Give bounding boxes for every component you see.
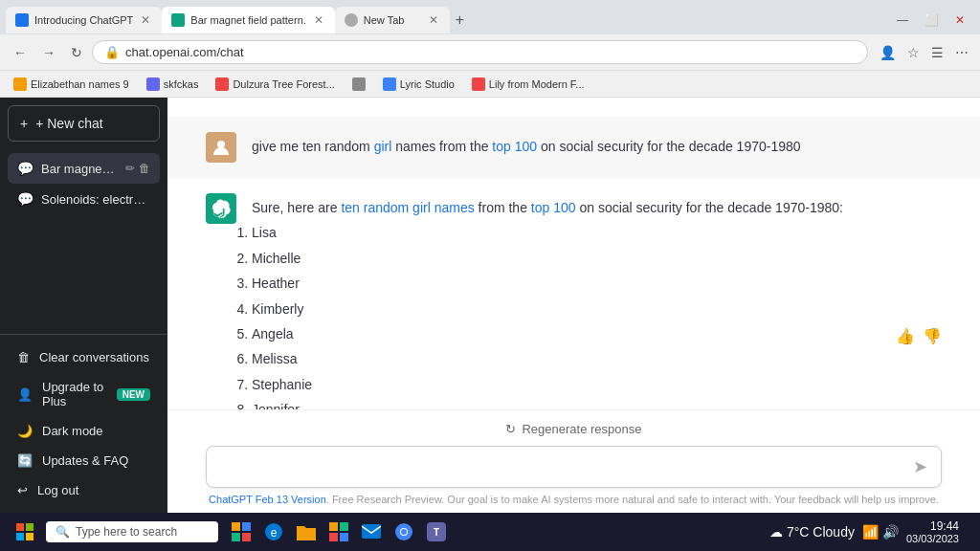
assistant-avatar xyxy=(206,193,236,224)
bookmark-elizabethan[interactable]: Elizabethan names 9 xyxy=(8,76,135,93)
clock-date: 03/03/2023 xyxy=(906,533,959,544)
forward-button[interactable]: → xyxy=(36,41,61,64)
sidebar-item-dark-mode[interactable]: 🌙 Dark mode xyxy=(8,416,160,446)
volume-icon[interactable]: 🔊 xyxy=(882,524,899,540)
taskbar-icon-edge[interactable]: e xyxy=(258,517,289,547)
svg-rect-1 xyxy=(16,523,24,531)
user-icon: 👤 xyxy=(17,387,33,402)
input-area: ↻ Regenerate response ➤ ChatGPT Feb 13 V… xyxy=(167,409,980,513)
sidebar-item-updates-faq[interactable]: 🔄 Updates & FAQ xyxy=(8,446,160,475)
taskbar-icon-folder[interactable] xyxy=(291,517,322,547)
tab-close-icon[interactable]: ✕ xyxy=(312,11,325,29)
sidebar-item-solenoids[interactable]: 💬 Solenoids: electromagn... xyxy=(8,184,160,214)
chat-icon: 💬 xyxy=(17,161,33,176)
tab-close-icon[interactable]: ✕ xyxy=(139,11,152,29)
taskbar-clock[interactable]: 19:44 03/03/2023 xyxy=(906,519,959,544)
taskbar-search-box[interactable]: 🔍 Type here to search xyxy=(46,521,218,542)
message-actions: 👍 👎 xyxy=(896,193,942,409)
back-button[interactable]: ← xyxy=(8,41,33,64)
bookmarks-bar: Elizabethan names 9 skfckas Dulzura Tree… xyxy=(0,71,980,98)
plus-icon: + xyxy=(20,116,28,131)
tab-favicon xyxy=(171,13,185,27)
taskbar-icon-chrome[interactable] xyxy=(389,517,419,547)
bookmark-favicon xyxy=(352,77,366,91)
show-desktop-button[interactable] xyxy=(967,515,972,549)
svg-rect-8 xyxy=(242,533,251,541)
thumbs-down-button[interactable]: 👎 xyxy=(923,197,942,409)
highlighted-word: girl xyxy=(374,139,392,154)
sidebar-item-clear-conversations[interactable]: 🗑 Clear conversations xyxy=(8,342,160,372)
taskbar-icon-explorer[interactable] xyxy=(226,517,256,547)
footer-link[interactable]: ChatGPT Feb 13 Version xyxy=(209,494,326,505)
taskbar-icon-teams[interactable]: T xyxy=(421,517,452,547)
log-out-label: Log out xyxy=(37,483,78,497)
tab-bar-magnet[interactable]: Bar magnet field pattern. ✕ xyxy=(162,7,334,33)
edit-chat-button[interactable]: ✏ xyxy=(125,162,135,175)
bookmark-lyric-studio[interactable]: Lyric Studio xyxy=(377,76,460,93)
browser-menu-icon[interactable]: ⋯ xyxy=(951,41,972,64)
refresh-icon: 🔄 xyxy=(17,453,33,468)
collections-icon[interactable]: ☰ xyxy=(927,41,947,64)
maximize-button[interactable]: ⬜ xyxy=(917,7,946,33)
svg-point-18 xyxy=(401,529,407,535)
main-chat: give me ten random girl names from the t… xyxy=(167,98,980,513)
list-item: Angela xyxy=(252,323,880,344)
bookmark-lily[interactable]: Lily from Modern F... xyxy=(466,76,590,93)
tab-introducing-chatgpt[interactable]: Introducing ChatGPT ✕ xyxy=(6,7,162,33)
taskbar-icon-mail[interactable] xyxy=(356,517,387,547)
svg-text:e: e xyxy=(271,526,278,540)
network-icon[interactable]: 📶 xyxy=(862,524,879,540)
svg-rect-2 xyxy=(26,523,33,531)
sidebar-item-label: Solenoids: electromagn... xyxy=(41,192,150,207)
highlighted-text: ten random girl names xyxy=(341,200,474,215)
thumbs-up-button[interactable]: 👍 xyxy=(896,197,915,409)
bookmark-label: Lily from Modern F... xyxy=(489,78,585,90)
highlighted-word: top 100 xyxy=(492,139,537,154)
moon-icon: 🌙 xyxy=(17,424,33,438)
svg-rect-7 xyxy=(232,533,240,541)
svg-rect-5 xyxy=(232,522,240,531)
bookmark-dulzura[interactable]: Dulzura Tree Forest... xyxy=(210,76,340,93)
bookmark-favicon xyxy=(383,77,396,91)
bookmark-skfckas[interactable]: skfckas xyxy=(141,76,205,93)
new-tab-button[interactable]: + xyxy=(450,11,470,29)
reload-button[interactable]: ↻ xyxy=(65,41,88,64)
minimize-button[interactable]: — xyxy=(888,7,917,33)
taskbar-right: ☁ 7°C Cloudy 📶 🔊 19:44 03/03/2023 xyxy=(769,515,972,549)
regenerate-response-button[interactable]: ↻ Regenerate response xyxy=(206,422,942,436)
delete-chat-button[interactable]: 🗑 xyxy=(139,162,150,175)
browser-chrome: Introducing ChatGPT ✕ Bar magnet field p… xyxy=(0,0,980,98)
bookmark-unknown[interactable] xyxy=(346,76,371,93)
tab-new-tab[interactable]: New Tab ✕ xyxy=(335,7,450,33)
list-item: Stephanie xyxy=(252,374,880,395)
svg-rect-14 xyxy=(340,533,348,541)
tab-bar: Introducing ChatGPT ✕ Bar magnet field p… xyxy=(0,0,980,34)
taskbar-pinned-icons: e T xyxy=(226,517,452,547)
dark-mode-label: Dark mode xyxy=(42,424,103,438)
sidebar-item-log-out[interactable]: ↩ Log out xyxy=(8,475,160,505)
profile-icon[interactable]: 👤 xyxy=(876,41,900,64)
sidebar-items: 💬 Bar magnet field patte ✏ 🗑 💬 Solenoids… xyxy=(0,149,167,334)
bookmark-star-icon[interactable]: ☆ xyxy=(903,41,924,64)
bookmark-favicon xyxy=(472,77,485,91)
svg-rect-4 xyxy=(26,533,33,540)
address-bar[interactable]: 🔒 chat.openai.com/chat xyxy=(92,40,868,64)
chat-input-wrapper: ➤ xyxy=(206,446,942,488)
new-chat-button[interactable]: + + New chat xyxy=(8,105,160,142)
tab-favicon xyxy=(345,13,358,27)
bookmark-favicon xyxy=(215,77,229,91)
chat-input[interactable] xyxy=(218,455,911,478)
close-button[interactable]: ✕ xyxy=(946,7,974,33)
sidebar-item-bar-magnet[interactable]: 💬 Bar magnet field patte ✏ 🗑 xyxy=(8,153,160,184)
sidebar-item-upgrade-plus[interactable]: 👤 Upgrade to Plus NEW xyxy=(8,372,160,416)
taskbar: 🔍 Type here to search e T ☁ 7°C Cloudy xyxy=(0,513,980,551)
start-button[interactable] xyxy=(8,515,42,549)
list-item: Kimberly xyxy=(252,298,880,320)
sidebar-item-label: Bar magnet field patte xyxy=(41,162,118,176)
svg-point-0 xyxy=(217,141,225,148)
tab-close-icon[interactable]: ✕ xyxy=(427,11,440,29)
tab-label: New Tab xyxy=(364,14,421,26)
assistant-message: Sure, here are ten random girl names fro… xyxy=(167,178,980,409)
send-button[interactable]: ➤ xyxy=(911,454,929,479)
taskbar-icon-store[interactable] xyxy=(323,517,354,547)
